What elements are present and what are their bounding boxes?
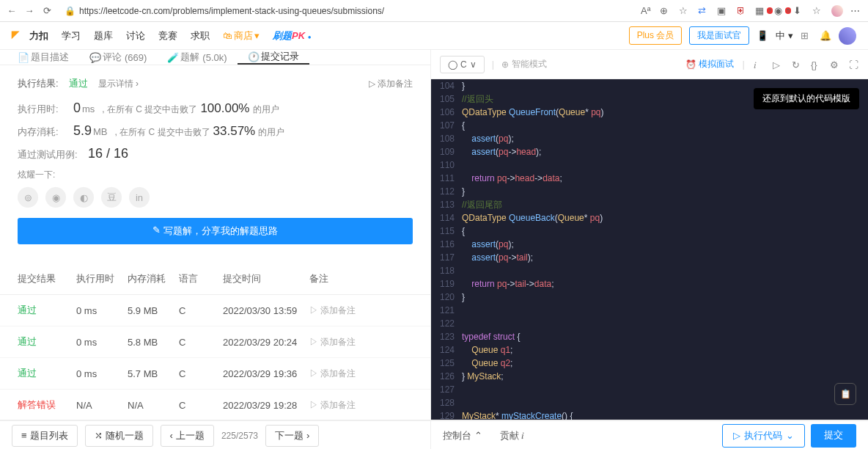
ext-3-icon[interactable]: ◉5 [774,5,786,17]
bracket-icon[interactable]: {} [811,59,821,70]
tab-comments[interactable]: 💬评论 (669) [79,50,157,65]
row-note[interactable]: ▷ 添加备注 [309,304,368,317]
table-row[interactable]: 解答错误 N/A N/A C 2022/03/29 19:28 ▷ 添加备注 [0,390,430,421]
user-avatar[interactable] [839,27,856,45]
code-line[interactable]: 128 [431,396,868,409]
code-line[interactable]: 112} [431,185,868,198]
code-line[interactable]: 116 assert(pq); [431,238,868,251]
run-icon[interactable]: ▷ [773,59,783,70]
code-line[interactable]: 109 assert(pq->head); [431,145,868,158]
table-row[interactable]: 通过 0 ms 5.9 MB C 2022/03/30 13:59 ▷ 添加备注 [0,295,430,326]
ext-2-icon[interactable]: ▦7 [755,5,767,17]
mock-interview-link[interactable]: ⏰ 模拟面试 [685,58,734,70]
th-time: 执行用时 [76,272,128,285]
code-line[interactable]: 110 [431,158,868,172]
logo[interactable]: ◤ 力扣 [12,29,48,43]
console-tab[interactable]: 控制台 ⌃ [443,429,482,442]
code-line[interactable]: 120} [431,291,868,304]
code-line[interactable]: 115{ [431,224,868,238]
code-line[interactable]: 125 Queue q2; [431,357,868,370]
tab-submissions[interactable]: 🕐提交记录 [238,50,309,65]
add-note-link[interactable]: ▷ 添加备注 [369,78,413,90]
run-code-button[interactable]: ▷ 执行代码 ⌄ [722,424,805,448]
mobile-icon[interactable]: 📱 [757,30,768,42]
nav-shop[interactable]: 🛍 商店 ▾ [223,29,260,43]
smart-mode[interactable]: ⊕ 智能模式 [501,58,547,70]
code-line[interactable]: 124 Queue q1; [431,343,868,357]
refresh-icon[interactable]: ⟳ [41,5,53,17]
nav-jobs[interactable]: 求职 [191,29,210,43]
code-editor[interactable]: 还原到默认的代码模版 104}105//返回头106QDataType Queu… [431,79,868,420]
back-icon[interactable]: ← [6,5,18,17]
nav-pk[interactable]: 刷题PK ● [273,29,312,43]
code-line[interactable]: 111 return pq->head->data; [431,172,868,185]
code-line[interactable]: 108 assert(pq); [431,132,868,145]
browser-avatar[interactable] [831,5,843,17]
text-icon[interactable]: Aª [641,5,652,17]
code-line[interactable]: 114QDataType QueueBack(Queue* pq) [431,211,868,224]
search-icon[interactable]: ⊕ [660,5,672,17]
ext-1-icon[interactable]: ▣ [717,5,729,17]
star-icon[interactable]: ☆ [812,5,824,17]
next-button[interactable]: 下一题 › [265,425,319,447]
more-icon[interactable]: ⋯ [850,5,862,17]
table-row[interactable]: 通过 0 ms 5.8 MB C 2022/03/29 20:24 ▷ 添加备注 [0,326,430,358]
table-row[interactable]: 通过 0 ms 5.7 MB C 2022/03/29 19:36 ▷ 添加备注 [0,358,430,390]
bell-icon[interactable]: 🔔 [820,30,831,42]
problem-list-button[interactable]: ≡ 题目列表 [12,425,78,447]
nav-discuss[interactable]: 讨论 [126,29,145,43]
tab-sub-label: 提交记录 [261,50,299,63]
url-bar[interactable]: 🔒 https://leetcode-cn.com/problems/imple… [59,4,635,18]
code-line[interactable]: 121 [431,304,868,317]
plus-button[interactable]: Plus 会员 [629,26,683,45]
language-select[interactable]: ◯ C ∨ [440,56,485,73]
weibo-icon[interactable]: ◉ [45,187,66,208]
code-line[interactable]: 129MyStack* myStackCreate() { [431,409,868,420]
code-line[interactable]: 119 return pq->tail->data; [431,277,868,291]
row-lang: C [179,368,223,379]
code-line[interactable]: 126} MyStack; [431,370,868,383]
code-line[interactable]: 117 assert(pq->tail); [431,251,868,264]
create-icon[interactable]: ⊞ [801,30,812,42]
tab-solutions[interactable]: 🧪题解 (5.0k) [157,50,237,65]
code-line[interactable]: 113//返回尾部 [431,198,868,211]
contribute-tab[interactable]: 贡献 𝑖 [500,429,525,442]
nav-learn[interactable]: 学习 [62,29,81,43]
tab-description[interactable]: 📄题目描述 [7,50,79,65]
row-note[interactable]: ▷ 添加备注 [309,399,368,412]
translate-icon[interactable]: ⇄ [698,5,710,17]
code-line[interactable]: 122 [431,317,868,330]
row-note[interactable]: ▷ 添加备注 [309,336,368,348]
qq-icon[interactable]: ◐ [73,187,94,208]
reset-icon[interactable]: ↻ [792,59,802,70]
show-details-link[interactable]: 显示详情 › [98,78,139,90]
info-icon[interactable]: 𝑖 [754,59,764,70]
row-note[interactable]: ▷ 添加备注 [309,368,368,380]
code-text: assert(pq->head); [462,145,868,158]
interviewer-button[interactable]: 我是面试官 [689,26,749,45]
code-line[interactable]: 123typedef struct { [431,330,868,343]
code-line[interactable]: 107{ [431,119,868,132]
wechat-icon[interactable]: ⊚ [18,187,38,208]
lang-dropdown[interactable]: 中 ▾ [776,29,793,43]
nav-contest[interactable]: 竞赛 [158,29,177,43]
forward-icon[interactable]: → [23,5,35,17]
download-icon[interactable]: ⬇ [793,5,805,17]
write-solution-button[interactable]: ✎ 写题解，分享我的解题思路 [18,218,413,244]
nav-problems[interactable]: 题库 [94,29,113,43]
settings-icon[interactable]: ⚙ [830,59,840,70]
code-line[interactable]: 118 [431,264,868,277]
code-line[interactable]: 127 [431,383,868,396]
code-text: Queue q1; [462,343,868,357]
linkedin-icon[interactable]: in [129,187,150,208]
fullscreen-icon[interactable]: ⛶ [849,59,859,70]
random-button[interactable]: ⤭ 随机一题 [85,425,153,447]
code-text: { [462,224,868,238]
editor-badge-icon[interactable]: 📋 [834,383,856,405]
douban-icon[interactable]: 豆 [101,187,122,208]
shield-icon[interactable]: ⛨ [736,5,748,17]
code-text [462,383,868,396]
prev-button[interactable]: ‹ 上一题 [161,425,214,447]
favorite-icon[interactable]: ☆ [679,5,691,17]
submit-button[interactable]: 提交 [811,424,856,448]
